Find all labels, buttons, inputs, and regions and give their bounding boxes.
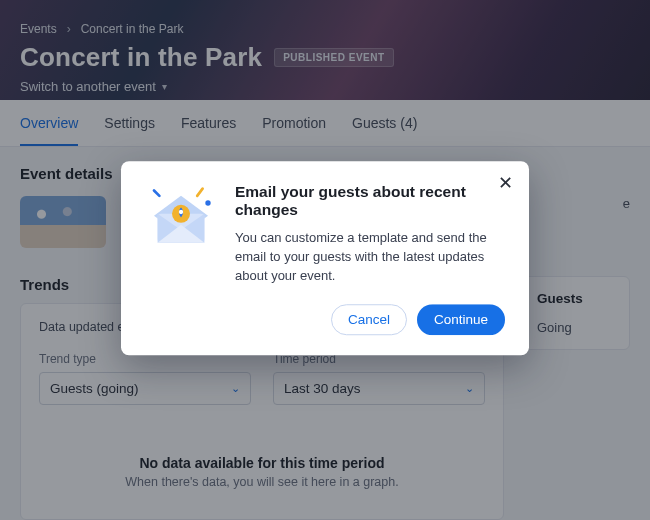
svg-point-2 <box>205 200 210 205</box>
svg-point-8 <box>179 210 183 214</box>
svg-line-1 <box>197 189 202 196</box>
email-guests-modal: ✕ Email your guests about recent <box>121 161 529 355</box>
close-button[interactable]: ✕ <box>495 173 515 193</box>
envelope-illustration <box>145 183 217 255</box>
continue-button[interactable]: Continue <box>417 304 505 335</box>
modal-title: Email your guests about recent changes <box>235 183 505 219</box>
close-icon: ✕ <box>498 174 513 192</box>
cancel-button[interactable]: Cancel <box>331 304 407 335</box>
modal-body-text: You can customize a template and send th… <box>235 229 505 286</box>
svg-line-0 <box>154 190 159 195</box>
